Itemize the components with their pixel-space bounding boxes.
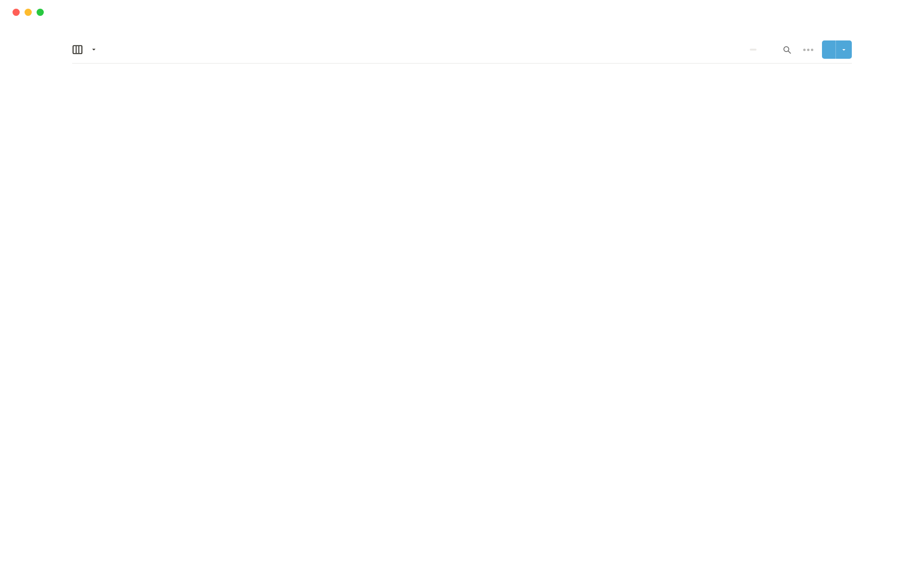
svg-line-4 — [788, 51, 791, 53]
window-controls — [0, 0, 924, 16]
new-button-dropdown[interactable] — [835, 40, 852, 59]
divider — [72, 63, 852, 64]
svg-rect-0 — [73, 46, 82, 54]
chevron-down-icon — [90, 46, 97, 53]
toolbar-more[interactable] — [803, 49, 813, 51]
new-badge — [750, 49, 757, 51]
new-button-label — [822, 40, 835, 59]
board-icon — [72, 44, 83, 55]
window-maximize-icon[interactable] — [37, 9, 44, 16]
window-minimize-icon[interactable] — [25, 9, 32, 16]
search-icon — [783, 45, 792, 54]
toolbar — [72, 42, 852, 63]
chevron-down-icon — [841, 47, 847, 53]
dots-icon — [803, 49, 813, 51]
new-button[interactable] — [822, 40, 852, 59]
toolbar-search[interactable] — [783, 45, 795, 54]
toolbar-subgroup[interactable] — [747, 49, 757, 51]
window-close-icon[interactable] — [13, 9, 20, 16]
view-switcher[interactable] — [72, 44, 97, 55]
